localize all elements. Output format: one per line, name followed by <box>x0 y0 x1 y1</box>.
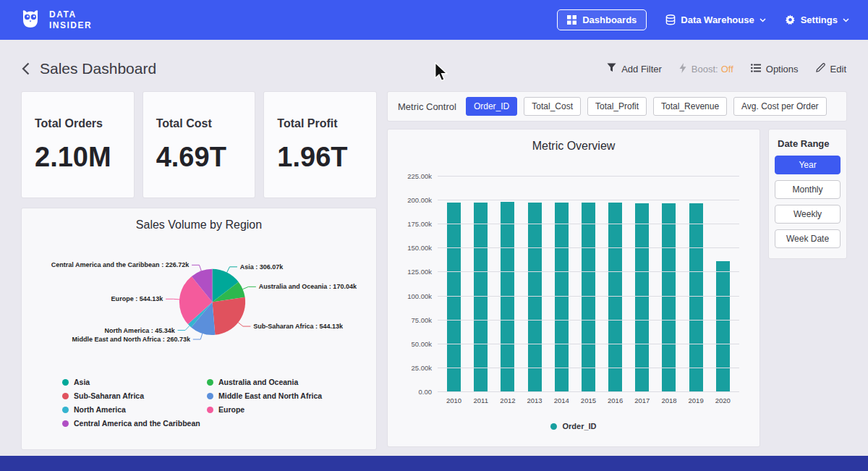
bar-chart-title: Metric Overview <box>398 140 749 153</box>
legend-item-australia-and-oceania[interactable]: Australia and Oceania <box>207 378 322 386</box>
bar-2014[interactable] <box>555 203 569 391</box>
pie-label-connector <box>166 299 179 300</box>
bar-2015[interactable] <box>582 203 595 391</box>
bar-2011[interactable] <box>474 203 488 391</box>
bar-2012[interactable] <box>501 202 514 391</box>
dashboard-grid-icon <box>567 15 576 25</box>
bar-chart-card: Metric Overview 201020112012201320142015… <box>388 130 760 446</box>
pie-chart: Asia : 306.07kAustralia and Oceania : 17… <box>32 239 366 376</box>
pie-label-connector <box>192 265 201 271</box>
gridline <box>438 247 739 248</box>
x-axis-tick-label: 2011 <box>474 396 488 404</box>
bar-column: 2019 <box>685 176 707 391</box>
boost-label: Boost: <box>692 64 718 75</box>
legend-item-north-america[interactable]: North America <box>62 405 207 414</box>
y-axis-tick-label: 100.00k <box>399 292 432 300</box>
pie-legend-column: Australia and OceaniaMiddle East and Nor… <box>207 378 322 433</box>
pie-legend-column: AsiaSub-Saharan AfricaNorth AmericaCentr… <box>62 378 207 433</box>
bolt-icon <box>679 63 686 75</box>
pie-slice-label: Australia and Oceania : 170.04k <box>259 283 357 290</box>
legend-dot <box>62 420 69 427</box>
dashboards-button[interactable]: Dashboards <box>557 9 647 30</box>
metric-button-total-revenue[interactable]: Total_Revenue <box>653 97 727 116</box>
boost-toggle[interactable]: Boost: Off <box>679 63 733 75</box>
legend-dot <box>62 393 69 399</box>
bar-column: 2016 <box>605 176 626 391</box>
bar-chart-legend[interactable]: Order_ID <box>398 422 749 430</box>
kpi-row: Total Orders 2.10M Total Cost 4.69T Tota… <box>22 92 376 198</box>
metric-control-label: Metric Control <box>398 101 456 112</box>
data-warehouse-menu[interactable]: Data Warehouse <box>665 14 765 25</box>
legend-label: North America <box>74 405 126 414</box>
gridline <box>438 391 739 392</box>
pie-label-connector <box>178 326 190 330</box>
chevron-down-icon <box>760 18 766 22</box>
add-filter-button[interactable]: Add Filter <box>607 63 662 75</box>
date-range-week-date-button[interactable]: Week Date <box>775 229 841 248</box>
legend-item-sub-saharan-africa[interactable]: Sub-Saharan Africa <box>62 391 207 400</box>
right-column: Metric Control Order_ID Total_Cost Total… <box>388 92 846 449</box>
legend-item-asia[interactable]: Asia <box>62 378 207 386</box>
settings-menu[interactable]: Settings <box>785 14 849 25</box>
legend-label: Central America and the Caribbean <box>74 419 200 428</box>
y-axis-tick-label: 125.00k <box>399 268 432 276</box>
back-button[interactable] <box>22 62 30 75</box>
gridline <box>438 224 739 224</box>
bar-2010[interactable] <box>447 203 461 391</box>
bar-plot-area: 2010201120122013201420152016201720182019… <box>438 176 739 391</box>
gear-icon <box>785 14 796 25</box>
kpi-card-total-cost: Total Cost 4.69T <box>143 92 255 198</box>
legend-item-europe[interactable]: Europe <box>207 405 322 414</box>
pie-slice-label: Europe : 544.13k <box>111 295 164 302</box>
kpi-value: 2.10M <box>35 142 134 173</box>
bar-2018[interactable] <box>662 203 676 391</box>
metric-button-total-cost[interactable]: Total_Cost <box>524 97 581 116</box>
metric-button-avg-cost-per-order[interactable]: Avg. Cost per Order <box>733 97 827 116</box>
date-range-monthly-button[interactable]: Monthly <box>775 180 841 199</box>
left-column: Total Orders 2.10M Total Cost 4.69T Tota… <box>22 92 376 449</box>
bar-2020[interactable] <box>716 261 730 391</box>
legend-item-middle-east-and-north-africa[interactable]: Middle East and North Africa <box>207 391 322 400</box>
pie-slice-sub-saharan-africa[interactable] <box>213 297 246 335</box>
brand-logo[interactable]: DATA INSIDER <box>19 7 92 33</box>
date-range-weekly-button[interactable]: Weekly <box>775 205 841 224</box>
filter-funnel-icon <box>607 63 616 75</box>
x-axis-tick-label: 2018 <box>661 396 676 404</box>
edit-button[interactable]: Edit <box>816 63 846 75</box>
right-row: Metric Overview 201020112012201320142015… <box>388 130 846 446</box>
legend-item-central-america-and-the-caribbean[interactable]: Central America and the Caribbean <box>62 419 207 428</box>
pie-slice-label: Central America and the Caribbean : 226.… <box>51 261 190 268</box>
y-axis-tick-label: 0.00 <box>399 388 432 396</box>
kpi-value: 4.69T <box>156 142 255 173</box>
x-axis-tick-label: 2019 <box>689 396 704 404</box>
date-range-year-button[interactable]: Year <box>775 156 841 174</box>
x-axis-tick-label: 2017 <box>634 396 650 404</box>
pie-chart-title: Sales Volume by Region <box>32 218 366 232</box>
x-axis-tick-label: 2016 <box>608 396 623 404</box>
page-title: Sales Dashboard <box>40 60 156 77</box>
chevron-down-icon <box>843 18 849 22</box>
metric-button-order-id[interactable]: Order_ID <box>466 97 517 116</box>
legend-dot <box>207 379 213 386</box>
brand-text: DATA INSIDER <box>49 9 92 31</box>
bar-2019[interactable] <box>689 203 703 391</box>
bar-2013[interactable] <box>528 203 542 391</box>
bar-column: 2011 <box>470 176 492 391</box>
kpi-label: Total Cost <box>156 117 255 130</box>
pie-label-connector <box>238 323 250 326</box>
options-button[interactable]: Options <box>751 64 799 75</box>
gridline <box>438 344 739 344</box>
legend-dot <box>62 407 69 413</box>
pie-slice-label: North America : 45.34k <box>104 327 175 334</box>
gridline <box>438 200 739 200</box>
bar-2016[interactable] <box>608 203 622 391</box>
header-left: Sales Dashboard <box>22 60 156 77</box>
bar-2017[interactable] <box>635 203 649 391</box>
x-axis-tick-label: 2020 <box>715 396 731 404</box>
brand-line1: DATA <box>49 9 92 20</box>
bottom-bar <box>0 456 868 471</box>
metric-button-total-profit[interactable]: Total_Profit <box>587 97 647 116</box>
boost-value: Off <box>721 64 733 75</box>
legend-dot <box>207 407 213 413</box>
settings-label: Settings <box>801 14 838 25</box>
